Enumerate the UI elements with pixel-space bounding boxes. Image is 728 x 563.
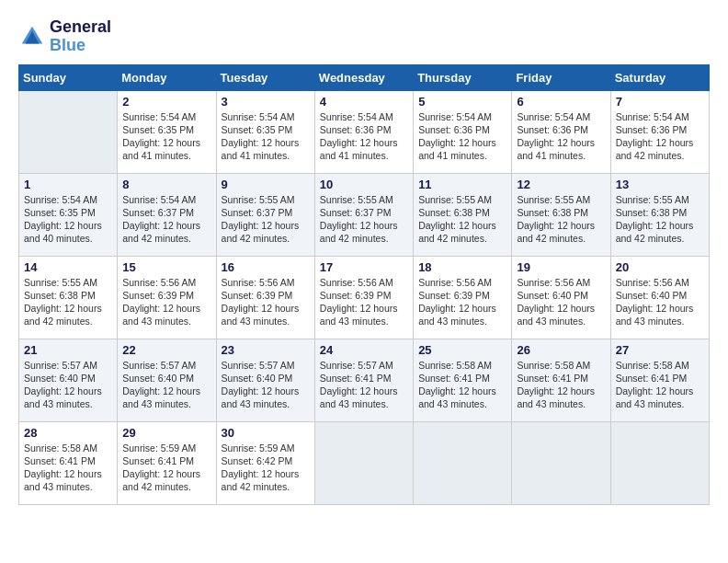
day-info: Sunrise: 5:55 AMSunset: 6:37 PMDaylight:…: [222, 193, 310, 246]
day-info: Sunrise: 5:58 AMSunset: 6:41 PMDaylight:…: [24, 442, 112, 494]
column-header-sunday: Sunday: [19, 64, 118, 90]
calendar-cell: 23Sunrise: 5:57 AMSunset: 6:40 PMDayligh…: [216, 339, 314, 421]
day-number: 17: [320, 260, 408, 274]
calendar-cell: 11Sunrise: 5:55 AMSunset: 6:38 PMDayligh…: [414, 173, 512, 256]
calendar-cell: [314, 421, 413, 504]
calendar-week-row: 2Sunrise: 5:54 AMSunset: 6:35 PMDaylight…: [19, 90, 710, 173]
day-info: Sunrise: 5:56 AMSunset: 6:39 PMDaylight:…: [418, 276, 506, 328]
page-header: General Blue: [18, 18, 710, 55]
day-number: 20: [616, 260, 704, 274]
day-info: Sunrise: 5:57 AMSunset: 6:40 PMDaylight:…: [222, 359, 310, 411]
logo-text: General Blue: [50, 18, 111, 55]
calendar-week-row: 14Sunrise: 5:55 AMSunset: 6:38 PMDayligh…: [19, 256, 710, 339]
calendar-cell: 1Sunrise: 5:54 AMSunset: 6:35 PMDaylight…: [19, 173, 118, 256]
logo: General Blue: [18, 18, 111, 55]
day-number: 27: [616, 343, 704, 357]
day-number: 21: [24, 343, 112, 357]
day-info: Sunrise: 5:58 AMSunset: 6:41 PMDaylight:…: [616, 359, 704, 411]
calendar-cell: 19Sunrise: 5:56 AMSunset: 6:40 PMDayligh…: [512, 256, 610, 339]
calendar-cell: 6Sunrise: 5:54 AMSunset: 6:36 PMDaylight…: [512, 90, 610, 173]
day-number: 18: [418, 260, 506, 274]
calendar-cell: 20Sunrise: 5:56 AMSunset: 6:40 PMDayligh…: [610, 256, 709, 339]
day-info: Sunrise: 5:54 AMSunset: 6:36 PMDaylight:…: [517, 110, 605, 163]
day-number: 2: [122, 95, 210, 109]
calendar-cell: 13Sunrise: 5:55 AMSunset: 6:38 PMDayligh…: [610, 173, 709, 256]
calendar-cell: 16Sunrise: 5:56 AMSunset: 6:39 PMDayligh…: [216, 256, 314, 339]
day-info: Sunrise: 5:57 AMSunset: 6:40 PMDaylight:…: [24, 359, 112, 411]
day-number: 6: [517, 95, 605, 109]
calendar-cell: [512, 421, 610, 504]
day-info: Sunrise: 5:55 AMSunset: 6:38 PMDaylight:…: [418, 193, 506, 246]
calendar-cell: 26Sunrise: 5:58 AMSunset: 6:41 PMDayligh…: [512, 339, 610, 421]
calendar-cell: 10Sunrise: 5:55 AMSunset: 6:37 PMDayligh…: [314, 173, 413, 256]
calendar-cell: 4Sunrise: 5:54 AMSunset: 6:36 PMDaylight…: [314, 90, 413, 173]
calendar-cell: 8Sunrise: 5:54 AMSunset: 6:37 PMDaylight…: [118, 173, 216, 256]
day-info: Sunrise: 5:55 AMSunset: 6:38 PMDaylight:…: [517, 193, 605, 246]
calendar-cell: 2Sunrise: 5:54 AMSunset: 6:35 PMDaylight…: [118, 90, 216, 173]
day-info: Sunrise: 5:55 AMSunset: 6:38 PMDaylight:…: [24, 276, 112, 328]
calendar-cell: 27Sunrise: 5:58 AMSunset: 6:41 PMDayligh…: [610, 339, 709, 421]
day-number: 29: [122, 426, 210, 440]
day-number: 10: [320, 178, 408, 191]
day-number: 11: [418, 178, 506, 191]
day-info: Sunrise: 5:58 AMSunset: 6:41 PMDaylight:…: [418, 359, 506, 411]
calendar-header-row: SundayMondayTuesdayWednesdayThursdayFrid…: [19, 64, 710, 90]
day-number: 5: [418, 95, 506, 109]
day-info: Sunrise: 5:58 AMSunset: 6:41 PMDaylight:…: [517, 359, 605, 411]
day-info: Sunrise: 5:55 AMSunset: 6:37 PMDaylight:…: [320, 193, 408, 246]
day-info: Sunrise: 5:54 AMSunset: 6:35 PMDaylight:…: [122, 110, 210, 163]
column-header-wednesday: Wednesday: [314, 64, 413, 90]
day-info: Sunrise: 5:56 AMSunset: 6:39 PMDaylight:…: [222, 276, 310, 328]
day-info: Sunrise: 5:59 AMSunset: 6:42 PMDaylight:…: [222, 442, 310, 494]
column-header-monday: Monday: [118, 64, 216, 90]
calendar-cell: 18Sunrise: 5:56 AMSunset: 6:39 PMDayligh…: [414, 256, 512, 339]
calendar-cell: 30Sunrise: 5:59 AMSunset: 6:42 PMDayligh…: [216, 421, 314, 504]
calendar-cell: 14Sunrise: 5:55 AMSunset: 6:38 PMDayligh…: [19, 256, 118, 339]
day-number: 4: [320, 95, 408, 109]
day-info: Sunrise: 5:54 AMSunset: 6:37 PMDaylight:…: [122, 193, 210, 246]
day-info: Sunrise: 5:57 AMSunset: 6:40 PMDaylight:…: [122, 359, 210, 411]
calendar-cell: [610, 421, 709, 504]
day-info: Sunrise: 5:54 AMSunset: 6:36 PMDaylight:…: [320, 110, 408, 163]
day-number: 1: [24, 178, 112, 191]
day-info: Sunrise: 5:56 AMSunset: 6:40 PMDaylight:…: [517, 276, 605, 328]
calendar-week-row: 1Sunrise: 5:54 AMSunset: 6:35 PMDaylight…: [19, 173, 710, 256]
day-info: Sunrise: 5:56 AMSunset: 6:39 PMDaylight:…: [320, 276, 408, 328]
calendar-cell: 17Sunrise: 5:56 AMSunset: 6:39 PMDayligh…: [314, 256, 413, 339]
day-number: 25: [418, 343, 506, 357]
column-header-tuesday: Tuesday: [216, 64, 314, 90]
day-info: Sunrise: 5:54 AMSunset: 6:35 PMDaylight:…: [222, 110, 310, 163]
calendar-cell: [414, 421, 512, 504]
day-number: 26: [517, 343, 605, 357]
day-info: Sunrise: 5:57 AMSunset: 6:41 PMDaylight:…: [320, 359, 408, 411]
day-number: 30: [222, 426, 310, 440]
day-number: 7: [616, 95, 704, 109]
calendar-cell: 7Sunrise: 5:54 AMSunset: 6:36 PMDaylight…: [610, 90, 709, 173]
calendar-week-row: 28Sunrise: 5:58 AMSunset: 6:41 PMDayligh…: [19, 421, 710, 504]
calendar-cell: 29Sunrise: 5:59 AMSunset: 6:41 PMDayligh…: [118, 421, 216, 504]
calendar-week-row: 21Sunrise: 5:57 AMSunset: 6:40 PMDayligh…: [19, 339, 710, 421]
calendar-cell: 12Sunrise: 5:55 AMSunset: 6:38 PMDayligh…: [512, 173, 610, 256]
day-number: 16: [222, 260, 310, 274]
column-header-friday: Friday: [512, 64, 610, 90]
calendar-cell: 15Sunrise: 5:56 AMSunset: 6:39 PMDayligh…: [118, 256, 216, 339]
day-info: Sunrise: 5:56 AMSunset: 6:39 PMDaylight:…: [122, 276, 210, 328]
calendar-cell: 9Sunrise: 5:55 AMSunset: 6:37 PMDaylight…: [216, 173, 314, 256]
calendar-cell: [19, 90, 118, 173]
day-info: Sunrise: 5:54 AMSunset: 6:36 PMDaylight:…: [616, 110, 704, 163]
day-number: 9: [222, 178, 310, 191]
column-header-saturday: Saturday: [610, 64, 709, 90]
day-number: 8: [122, 178, 210, 191]
day-number: 24: [320, 343, 408, 357]
logo-icon: [18, 23, 46, 51]
calendar-cell: 21Sunrise: 5:57 AMSunset: 6:40 PMDayligh…: [19, 339, 118, 421]
calendar-cell: 3Sunrise: 5:54 AMSunset: 6:35 PMDaylight…: [216, 90, 314, 173]
day-info: Sunrise: 5:54 AMSunset: 6:35 PMDaylight:…: [24, 193, 112, 246]
day-number: 22: [122, 343, 210, 357]
calendar-table: SundayMondayTuesdayWednesdayThursdayFrid…: [18, 64, 710, 505]
day-number: 23: [222, 343, 310, 357]
calendar-cell: 22Sunrise: 5:57 AMSunset: 6:40 PMDayligh…: [118, 339, 216, 421]
day-number: 19: [517, 260, 605, 274]
calendar-cell: 24Sunrise: 5:57 AMSunset: 6:41 PMDayligh…: [314, 339, 413, 421]
day-info: Sunrise: 5:59 AMSunset: 6:41 PMDaylight:…: [122, 442, 210, 494]
